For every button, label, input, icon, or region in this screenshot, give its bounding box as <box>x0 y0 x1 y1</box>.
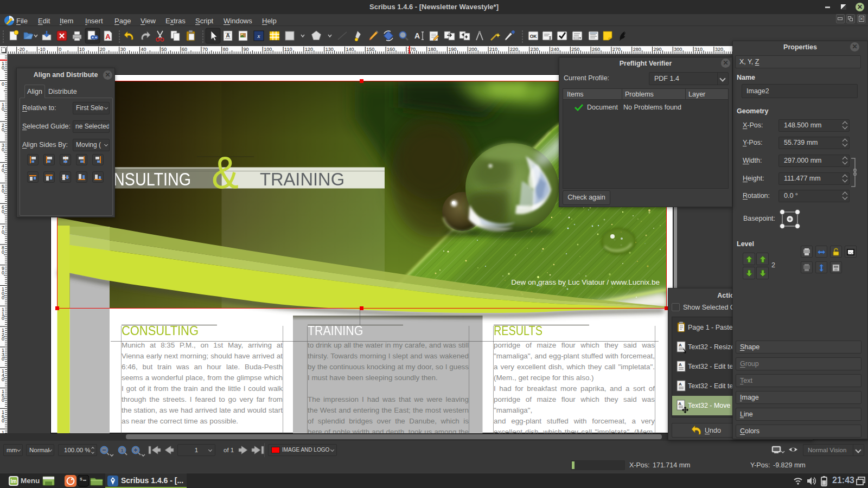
svg-text:310: 310 <box>694 47 703 52</box>
svg-text:0: 0 <box>2 356 4 362</box>
svg-text:0: 0 <box>2 316 4 321</box>
svg-text:A: A <box>679 401 682 406</box>
svg-text:lm: lm <box>10 478 17 484</box>
svg-text:300: 300 <box>674 47 682 52</box>
svg-text:140: 140 <box>346 47 354 52</box>
svg-text:of 1: of 1 <box>224 447 234 453</box>
svg-text:50: 50 <box>161 47 167 52</box>
svg-text:0: 0 <box>2 106 4 112</box>
svg-text:40: 40 <box>141 47 146 52</box>
svg-text:0: 0 <box>2 249 4 255</box>
svg-text:0: 0 <box>2 270 4 275</box>
svg-text:290: 290 <box>654 47 662 52</box>
svg-text:-10: -10 <box>39 47 46 52</box>
svg-text:30: 30 <box>120 47 126 52</box>
svg-text:0: 0 <box>2 168 4 173</box>
svg-text:10: 10 <box>79 47 85 52</box>
svg-text:260: 260 <box>592 47 600 52</box>
svg-text:20: 20 <box>100 47 105 52</box>
svg-text:1: 1 <box>120 448 123 453</box>
svg-text:190: 190 <box>449 47 457 52</box>
svg-text:A: A <box>226 33 229 38</box>
svg-text:80: 80 <box>223 47 228 52</box>
svg-text:0: 0 <box>2 295 4 300</box>
svg-text:0: 0 <box>2 147 4 152</box>
svg-text:320: 320 <box>715 47 723 52</box>
svg-text:0: 0 <box>2 377 4 382</box>
svg-text:0: 0 <box>2 81 4 87</box>
svg-text:A: A <box>414 31 420 40</box>
svg-text:130: 130 <box>326 47 334 52</box>
svg-text:150: 150 <box>366 47 374 52</box>
svg-text:100: 100 <box>264 47 272 52</box>
svg-text:200: 200 <box>469 47 477 52</box>
svg-text:70: 70 <box>202 47 208 52</box>
svg-text:280: 280 <box>633 47 641 52</box>
svg-text:240: 240 <box>551 47 559 52</box>
svg-text:0: 0 <box>2 229 4 235</box>
svg-text:0: 0 <box>2 127 4 132</box>
svg-text:270: 270 <box>612 47 621 52</box>
svg-text:220: 220 <box>510 47 518 52</box>
svg-text:OK: OK <box>530 34 538 39</box>
svg-text:A: A <box>105 33 111 41</box>
svg-text:A: A <box>679 382 682 387</box>
svg-text:160: 160 <box>387 47 395 52</box>
svg-text:A: A <box>679 343 682 348</box>
svg-text:250: 250 <box>571 47 579 52</box>
svg-text:60: 60 <box>182 47 187 52</box>
svg-text:0: 0 <box>2 336 4 342</box>
svg-text:0: 0 <box>2 65 4 70</box>
svg-text:110: 110 <box>284 47 292 52</box>
svg-text:0: 0 <box>59 47 61 52</box>
svg-text:0: 0 <box>2 188 4 194</box>
svg-text:0: 0 <box>2 397 4 403</box>
svg-text:0: 0 <box>2 209 4 214</box>
svg-text:180: 180 <box>428 47 436 52</box>
svg-text:x: x <box>257 33 260 39</box>
svg-text:90: 90 <box>244 47 249 52</box>
svg-text:0: 0 <box>2 418 4 423</box>
svg-text:-20: -20 <box>18 47 25 52</box>
svg-text:A: A <box>679 362 682 367</box>
svg-text:210: 210 <box>489 47 497 52</box>
svg-text:230: 230 <box>531 47 539 52</box>
svg-text:120: 120 <box>305 47 313 52</box>
svg-text:170: 170 <box>407 47 416 52</box>
svg-text:$: $ <box>80 477 82 481</box>
